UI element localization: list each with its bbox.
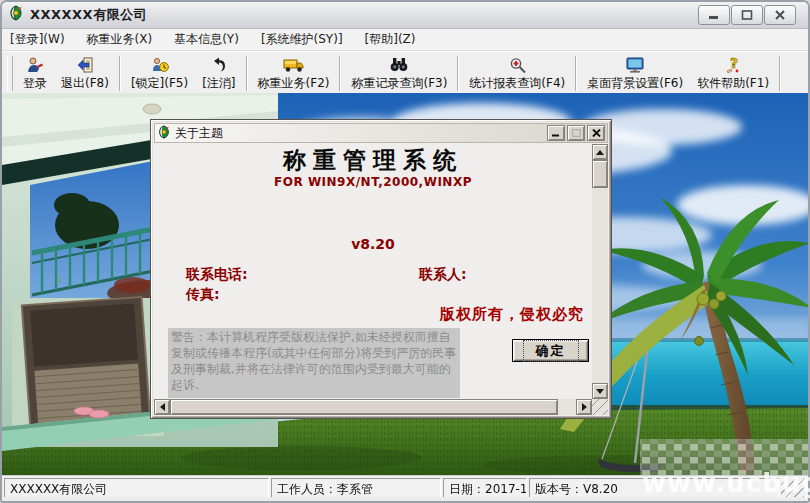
toolbar-weighing-business-button[interactable]: 称重业务(F2) (251, 53, 337, 94)
contact-person-label: 联系人: (419, 266, 467, 284)
close-icon (774, 10, 786, 20)
toolbar-separator (246, 56, 248, 91)
contact-phone-label: 联系电话: (186, 266, 248, 284)
report-magnifier-icon (508, 55, 527, 74)
copyright-warning-text: 警告：本计算机程序受版权法保护,如未经授权而擅自复制或传播本程序(或其中任何部分… (168, 328, 460, 398)
toolbar-separator (457, 56, 459, 91)
toolbar-weighing-record-query-button[interactable]: 称重记录查询(F3) (344, 53, 454, 94)
dialog-subtitle: FOR WIN9X/NT,2000,WINXP (154, 175, 592, 189)
dialog-resize-grip[interactable] (592, 399, 608, 415)
minimize-icon (708, 10, 720, 20)
scroll-left-button[interactable] (154, 399, 170, 415)
toolbar-separator (575, 56, 577, 91)
toolbar-exit-button[interactable]: 退出(F8) (54, 53, 116, 94)
app-icon (8, 5, 24, 25)
menu-item-help[interactable]: [帮助](Z) (365, 31, 416, 48)
dialog-content: 称重管理系统 FOR WIN9X/NT,2000,WINXP v8.20 联系电… (154, 144, 592, 399)
maximize-icon (741, 10, 753, 20)
menu-item-system-maintain[interactable]: [系统维护(SY)] (261, 31, 343, 48)
desktop-monitor-icon (625, 55, 645, 74)
minimize-button[interactable] (698, 5, 730, 25)
undo-arrow-icon (210, 55, 228, 74)
toolbar-desktop-background-button[interactable]: 桌面背景设置(F6) (580, 53, 690, 94)
toolbar-report-query-button[interactable]: 统计报表查询(F4) (462, 53, 572, 94)
scroll-right-button[interactable] (576, 399, 592, 415)
dialog-horizontal-scrollbar[interactable] (154, 399, 592, 415)
vertical-scroll-thumb[interactable] (592, 160, 608, 188)
menu-item-login[interactable]: [登录](W) (10, 31, 65, 48)
ok-button-label: 确定 (523, 340, 579, 362)
fax-label: 传真: (186, 286, 220, 304)
ok-button[interactable]: 确定 (512, 339, 589, 362)
dialog-controls (547, 125, 605, 141)
toolbar-separator (339, 56, 341, 91)
menu-item-basic-info[interactable]: 基本信息(Y) (174, 31, 239, 48)
dialog-heading: 称重管理系统 (154, 145, 592, 176)
toolbar-lock-button[interactable]: [锁定](F5) (124, 53, 195, 94)
login-person-icon (25, 55, 45, 74)
dialog-version: v8.20 (154, 236, 592, 252)
dialog-vertical-scrollbar[interactable] (592, 144, 608, 399)
menu-bar: [登录](W) 称重业务(X) 基本信息(Y) [系统维护(SY)] [帮助](… (2, 29, 808, 51)
dialog-minimize-button[interactable] (547, 125, 565, 141)
dialog-maximize-icon (572, 129, 581, 137)
dialog-client-area: 称重管理系统 FOR WIN9X/NT,2000,WINXP v8.20 联系电… (154, 144, 608, 415)
window-controls (698, 5, 802, 25)
scroll-up-button[interactable] (592, 144, 608, 160)
toolbar-separator (119, 56, 121, 91)
dialog-minimize-icon (552, 129, 560, 137)
svg-text:?: ? (730, 56, 738, 71)
dialog-close-icon (592, 129, 601, 137)
window-titlebar[interactable]: XXXXXX有限公司 (2, 2, 808, 29)
dialog-icon (157, 124, 171, 143)
close-button[interactable] (764, 5, 796, 25)
svg-text:P: P (56, 276, 62, 287)
horizontal-scroll-thumb[interactable] (170, 399, 558, 415)
toolbar-separator (779, 56, 781, 91)
binoculars-icon (389, 55, 409, 74)
about-dialog: 关于主题 称重管理系统 FOR WIN9X/NT,2000,WINXP v8.2… (150, 119, 612, 419)
exit-door-icon (75, 55, 95, 74)
maximize-button[interactable] (731, 5, 763, 25)
menu-item-weighing[interactable]: 称重业务(X) (87, 31, 153, 48)
lock-user-clock-icon (150, 55, 170, 74)
toolbar: 登录 退出(F8) [锁定](F5) (2, 51, 808, 96)
dialog-title: 关于主题 (175, 125, 223, 142)
dialog-titlebar[interactable]: 关于主题 (154, 123, 608, 143)
window-title: XXXXXX有限公司 (30, 6, 147, 24)
watermark-text: www.ucbug.cc (642, 468, 810, 498)
help-question-icon: ? (724, 55, 742, 74)
copyright-notice: 版权所有，侵权必究 (440, 305, 584, 324)
dialog-maximize-button[interactable] (567, 125, 585, 141)
scroll-down-button[interactable] (592, 383, 608, 399)
truck-icon (283, 55, 305, 74)
dialog-close-button[interactable] (587, 125, 605, 141)
toolbar-login-button[interactable]: 登录 (16, 53, 54, 94)
toolbar-logout-button[interactable]: [注消] (195, 53, 242, 94)
toolbar-gripper[interactable] (7, 56, 13, 91)
toolbar-help-button[interactable]: ? 软件帮助(F1) (690, 53, 776, 94)
